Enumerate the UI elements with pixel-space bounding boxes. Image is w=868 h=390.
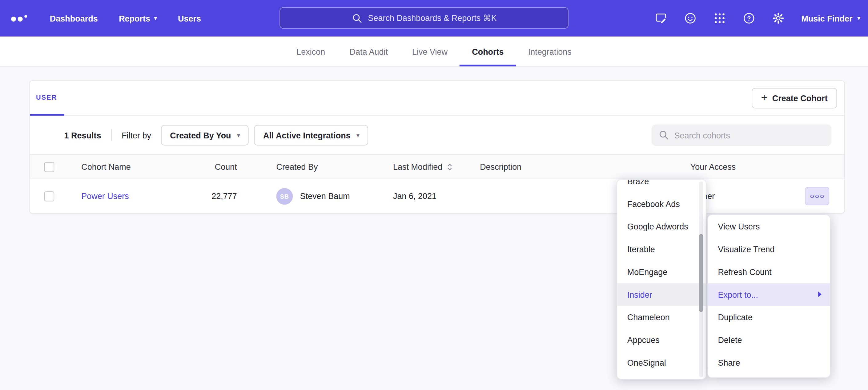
create-cohort-button[interactable]: + Create Cohort: [752, 88, 837, 108]
menu-item-label: View Users: [718, 222, 760, 231]
row-checkbox[interactable]: [44, 191, 54, 201]
table-header-row: Cohort Name Count Created By Last Modifi…: [30, 154, 844, 179]
plus-icon: +: [761, 92, 767, 102]
menu-item-moengage[interactable]: MoEngage: [617, 261, 706, 283]
menu-item-delete[interactable]: Delete: [708, 328, 830, 351]
menu-item-label: Visualize Trend: [718, 245, 775, 254]
global-search-placeholder: Search Dashboards & Reports ⌘K: [368, 13, 496, 23]
menu-item-label: Iterable: [627, 245, 655, 254]
col-header-cohort-name: Cohort Name: [81, 162, 181, 172]
cohorts-card: USER + Create Cohort 1 Results Filter by…: [29, 80, 845, 214]
nav-reports[interactable]: Reports ▾: [119, 13, 157, 23]
menu-item-label: Duplicate: [718, 313, 752, 322]
logo-dot: [11, 17, 16, 22]
last-modified-cell: Jan 6, 2021: [393, 191, 480, 201]
workspace-name: Music Finder: [801, 13, 852, 23]
menu-item-label: Google Adwords: [627, 222, 688, 231]
tab-live-view[interactable]: Live View: [400, 37, 460, 66]
menu-item-label: Chameleon: [627, 313, 670, 322]
menu-item-label: Share: [718, 358, 740, 367]
tab-user-cohorts[interactable]: USER: [30, 81, 64, 116]
menu-item-export-to[interactable]: Export to...: [708, 283, 830, 306]
menu-item-chameleon[interactable]: Chameleon: [617, 306, 706, 329]
chevron-down-icon: ▾: [858, 15, 860, 21]
create-cohort-label: Create Cohort: [772, 93, 828, 103]
settings-gear-icon[interactable]: [772, 12, 785, 25]
dot-icon: [815, 194, 819, 198]
created-by-name: Steven Baum: [300, 191, 350, 201]
workspace-switcher[interactable]: Music Finder ▾: [801, 13, 860, 23]
primary-nav: Dashboards Reports ▾ Users: [50, 13, 201, 23]
menu-item-share[interactable]: Share: [708, 351, 830, 374]
col-header-last-modified-label: Last Modified: [393, 162, 442, 172]
dot-icon: [810, 194, 814, 198]
created-by-filter-label: Created By You: [170, 130, 231, 140]
feedback-icon[interactable]: [655, 12, 668, 25]
chevron-down-icon: ▾: [237, 132, 240, 138]
cohorts-card-header: USER + Create Cohort: [30, 81, 844, 116]
table-row[interactable]: Power Users 22,777 SB Steven Baum Jan 6,…: [30, 179, 844, 213]
integrations-filter-dropdown[interactable]: All Active Integrations ▾: [254, 125, 368, 145]
menu-item-onesignal[interactable]: OneSignal: [617, 351, 706, 374]
menu-item-label: Facebook Ads: [627, 199, 680, 208]
menu-item-view-users[interactable]: View Users: [708, 215, 830, 238]
menu-item-label: OneSignal: [627, 358, 666, 367]
col-header-your-access: Your Access: [690, 162, 794, 172]
svg-text:?: ?: [747, 15, 751, 22]
menu-item-duplicate[interactable]: Duplicate: [708, 306, 830, 329]
mixpanel-logo-icon[interactable]: [11, 15, 27, 22]
nav-dashboards[interactable]: Dashboards: [50, 13, 98, 23]
created-by-filter-dropdown[interactable]: Created By You ▾: [161, 125, 249, 145]
help-icon[interactable]: ?: [743, 12, 756, 25]
menu-item-visualize-trend[interactable]: Visualize Trend: [708, 238, 830, 261]
menu-item-facebook-ads[interactable]: Facebook Ads: [617, 193, 706, 215]
integrations-filter-label: All Active Integrations: [263, 130, 350, 140]
submenu-arrow-icon: [818, 292, 822, 297]
cohort-count: 22,777: [181, 191, 237, 201]
chevron-down-icon: ▾: [357, 132, 360, 138]
top-nav-right: ?: [655, 0, 860, 37]
tab-cohorts[interactable]: Cohorts: [460, 37, 516, 66]
cohort-actions-menu: View Users Visualize Trend Refresh Count…: [707, 215, 830, 378]
menu-item-refresh-count[interactable]: Refresh Count: [708, 261, 830, 283]
export-destinations-list: Braze Facebook Ads Google Adwords Iterab…: [617, 179, 706, 374]
tab-data-audit[interactable]: Data Audit: [337, 37, 400, 66]
menu-item-label: Export to...: [718, 290, 758, 299]
global-search-input[interactable]: Search Dashboards & Reports ⌘K: [279, 7, 568, 29]
menu-item-google-adwords[interactable]: Google Adwords: [617, 215, 706, 238]
nav-users[interactable]: Users: [178, 13, 201, 23]
menu-item-appcues[interactable]: Appcues: [617, 328, 706, 351]
tab-integrations[interactable]: Integrations: [516, 37, 584, 66]
row-checkbox-cell: [30, 191, 81, 201]
cohort-search-box: [652, 124, 832, 146]
menu-item-label: Refresh Count: [718, 267, 772, 277]
app-window: Dashboards Reports ▾ Users Search Dashbo…: [0, 0, 868, 390]
nav-reports-label: Reports: [119, 13, 150, 23]
col-header-last-modified[interactable]: Last Modified: [393, 162, 480, 172]
menu-item-braze[interactable]: Braze: [617, 179, 706, 193]
created-by-cell: SB Steven Baum: [237, 188, 393, 204]
support-smiley-icon[interactable]: [684, 12, 697, 25]
logo-dot: [18, 17, 23, 22]
row-actions-cell: [794, 187, 844, 205]
top-nav-bar: Dashboards Reports ▾ Users Search Dashbo…: [0, 0, 868, 37]
tab-lexicon[interactable]: Lexicon: [284, 37, 337, 66]
col-header-created-by: Created By: [237, 162, 393, 172]
nav-users-label: Users: [178, 13, 201, 23]
logo-dot: [24, 15, 27, 18]
scrollbar-thumb[interactable]: [699, 234, 703, 312]
chevron-down-icon: ▾: [154, 15, 157, 21]
menu-item-insider[interactable]: Insider: [617, 283, 706, 306]
select-all-checkbox[interactable]: [44, 162, 54, 172]
col-header-count: Count: [181, 162, 237, 172]
more-actions-button[interactable]: [805, 187, 829, 205]
menu-item-iterable[interactable]: Iterable: [617, 238, 706, 261]
nav-dashboards-label: Dashboards: [50, 13, 98, 23]
filter-toolbar: 1 Results Filter by Created By You ▾ All…: [30, 116, 844, 154]
filter-by-label: Filter by: [122, 130, 151, 140]
cohort-name-link[interactable]: Power Users: [81, 191, 129, 201]
apps-grid-icon[interactable]: [713, 12, 726, 25]
cohort-search-input[interactable]: [674, 130, 825, 140]
menu-item-label: Braze: [627, 179, 649, 186]
export-destinations-menu: Braze Facebook Ads Google Adwords Iterab…: [617, 179, 706, 380]
